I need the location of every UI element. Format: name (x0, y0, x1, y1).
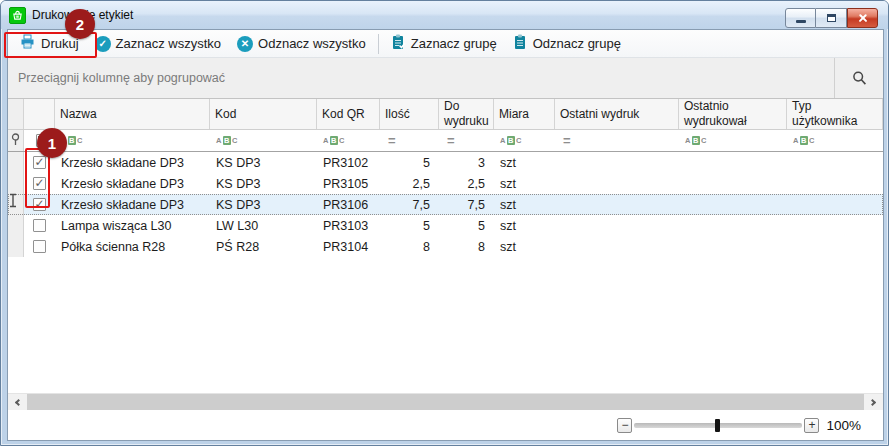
cell-ilosc[interactable]: 7,5 (380, 194, 439, 215)
deselect-group-button[interactable]: Odznacz grupę (505, 32, 629, 56)
cell-miara[interactable]: szt (494, 173, 555, 194)
cell-kod[interactable]: KS DP3 (210, 152, 317, 173)
scrollbar-thumb[interactable] (27, 394, 864, 410)
select-group-button[interactable]: Zaznacz grupę (383, 32, 505, 56)
row-indicator-cell[interactable] (8, 236, 24, 257)
cell-ostatni-wydruk[interactable] (555, 152, 679, 173)
abc-filter-icon: ABC (793, 136, 815, 145)
row-checkbox[interactable] (33, 219, 46, 232)
column-header-typ-uzytkownika[interactable]: Typ użytkownika (787, 99, 883, 129)
cell-ostatnio-wydrukowal[interactable] (679, 152, 787, 173)
cell-ostatnio-wydrukowal[interactable] (679, 194, 787, 215)
cell-do-wydruku[interactable]: 5 (439, 215, 494, 236)
cell-ostatnio-wydrukowal[interactable] (679, 215, 787, 236)
row-checkbox[interactable] (33, 240, 46, 253)
column-header-miara[interactable]: Miara (494, 99, 555, 129)
filter-cell-ilosc[interactable]: = (380, 130, 439, 151)
cell-miara[interactable]: szt (494, 152, 555, 173)
cell-nazwa[interactable]: Krzesło składane DP3 (55, 152, 210, 173)
group-by-panel[interactable]: Przeciągnij kolumnę aby pogrupować (8, 58, 883, 99)
column-header-ilosc[interactable]: Ilość (380, 99, 439, 129)
filter-cell-ostatni-wydruk[interactable]: = (555, 130, 679, 151)
cell-miara[interactable]: szt (494, 236, 555, 257)
zoom-slider-track[interactable] (634, 423, 802, 428)
cell-ostatnio-wydrukowal[interactable] (679, 236, 787, 257)
grid-row-3[interactable]: Krzesło składane DP3KS DP3PR31067,57,5sz… (8, 194, 883, 215)
cell-ostatnio-wydrukowal[interactable] (679, 173, 787, 194)
cell-ostatni-wydruk[interactable] (555, 194, 679, 215)
cell-do-wydruku[interactable]: 3 (439, 152, 494, 173)
deselect-all-button[interactable]: ✕ Odznacz wszystko (229, 32, 374, 56)
grid-row-5[interactable]: Półka ścienna R28PŚ R28PR310488szt (8, 236, 883, 257)
cell-do-wydruku[interactable]: 2,5 (439, 173, 494, 194)
cell-ostatni-wydruk[interactable] (555, 236, 679, 257)
maximize-button[interactable] (816, 8, 847, 28)
column-header-ostatni-wydruk[interactable]: Ostatni wydruk (555, 99, 679, 129)
cell-typ-uzytkownika[interactable] (787, 194, 883, 215)
filter-cell-do-wydruku[interactable]: = (439, 130, 494, 151)
chevron-right-icon (869, 398, 876, 405)
cell-do-wydruku[interactable]: 7,5 (439, 194, 494, 215)
cell-nazwa[interactable]: Krzesło składane DP3 (55, 194, 210, 215)
row-indicator-cell[interactable] (8, 173, 24, 194)
ibeam-cursor (8, 193, 18, 211)
filter-cell-kod-qr[interactable]: ABC (317, 130, 380, 151)
cell-kod-qr[interactable]: PR3102 (317, 152, 380, 173)
grid-row-4[interactable]: Lampa wisząca L30LW L30PR310355szt (8, 215, 883, 236)
cell-miara[interactable]: szt (494, 194, 555, 215)
filter-cell-kod[interactable]: ABC (210, 130, 317, 151)
cell-kod-qr[interactable]: PR3106 (317, 194, 380, 215)
row-indicator-cell[interactable] (8, 152, 24, 173)
select-all-button[interactable]: ✓ Zaznacz wszystko (87, 32, 229, 56)
cell-ilosc[interactable]: 2,5 (380, 173, 439, 194)
zoom-slider-thumb[interactable] (715, 419, 720, 432)
column-header-do-wydruku[interactable]: Do wydruku (439, 99, 494, 129)
filter-cell-typ-uzytkownika[interactable]: ABC (787, 130, 883, 151)
cell-kod-qr[interactable]: PR3104 (317, 236, 380, 257)
column-header-kod[interactable]: Kod (210, 99, 317, 129)
cell-miara[interactable]: szt (494, 215, 555, 236)
cell-nazwa[interactable]: Półka ścienna R28 (55, 236, 210, 257)
cell-nazwa[interactable]: Lampa wisząca L30 (55, 215, 210, 236)
grid-row-1[interactable]: Krzesło składane DP3KS DP3PR310253szt (8, 152, 883, 173)
cell-typ-uzytkownika[interactable] (787, 215, 883, 236)
column-header-checkbox[interactable] (24, 99, 55, 129)
cell-kod-qr[interactable]: PR3103 (317, 215, 380, 236)
cell-kod[interactable]: KS DP3 (210, 173, 317, 194)
grid-header-row: NazwaKodKod QRIlośćDo wydrukuMiaraOstatn… (8, 99, 883, 130)
filter-cell-miara[interactable]: ABC (494, 130, 555, 151)
cell-do-wydruku[interactable]: 8 (439, 236, 494, 257)
row-checkbox-cell[interactable] (24, 215, 55, 236)
column-header-ostatnio-wydrukowal[interactable]: Ostatnio wydrukował (679, 99, 787, 129)
row-checkbox-cell[interactable] (24, 236, 55, 257)
equals-filter-icon: = (561, 133, 571, 148)
cell-kod-qr[interactable]: PR3105 (317, 173, 380, 194)
scroll-right-button[interactable] (864, 394, 883, 410)
search-button[interactable] (834, 58, 883, 98)
filter-cell-nazwa[interactable]: ABC (55, 130, 210, 151)
cell-ostatni-wydruk[interactable] (555, 215, 679, 236)
grid-row-2[interactable]: Krzesło składane DP3KS DP3PR31052,52,5sz… (8, 173, 883, 194)
close-button[interactable] (847, 8, 878, 28)
horizontal-scrollbar[interactable] (8, 393, 883, 410)
cell-kod[interactable]: LW L30 (210, 215, 317, 236)
cell-ilosc[interactable]: 8 (380, 236, 439, 257)
cell-kod[interactable]: KS DP3 (210, 194, 317, 215)
cell-ilosc[interactable]: 5 (380, 215, 439, 236)
cell-nazwa[interactable]: Krzesło składane DP3 (55, 173, 210, 194)
zoom-out-button[interactable]: − (617, 418, 632, 433)
title-bar[interactable]: Drukowanie etykiet (1, 1, 888, 29)
cell-ilosc[interactable]: 5 (380, 152, 439, 173)
column-header-kod-qr[interactable]: Kod QR (317, 99, 380, 129)
cell-ostatni-wydruk[interactable] (555, 173, 679, 194)
row-indicator-cell[interactable] (8, 215, 24, 236)
filter-cell-ostatnio-wydrukowal[interactable]: ABC (679, 130, 787, 151)
scroll-left-button[interactable] (8, 394, 27, 410)
cell-kod[interactable]: PŚ R28 (210, 236, 317, 257)
column-header-nazwa[interactable]: Nazwa (55, 99, 210, 129)
cell-typ-uzytkownika[interactable] (787, 236, 883, 257)
cell-typ-uzytkownika[interactable] (787, 152, 883, 173)
zoom-in-button[interactable]: + (804, 418, 819, 433)
minimize-button[interactable] (785, 8, 816, 28)
cell-typ-uzytkownika[interactable] (787, 173, 883, 194)
